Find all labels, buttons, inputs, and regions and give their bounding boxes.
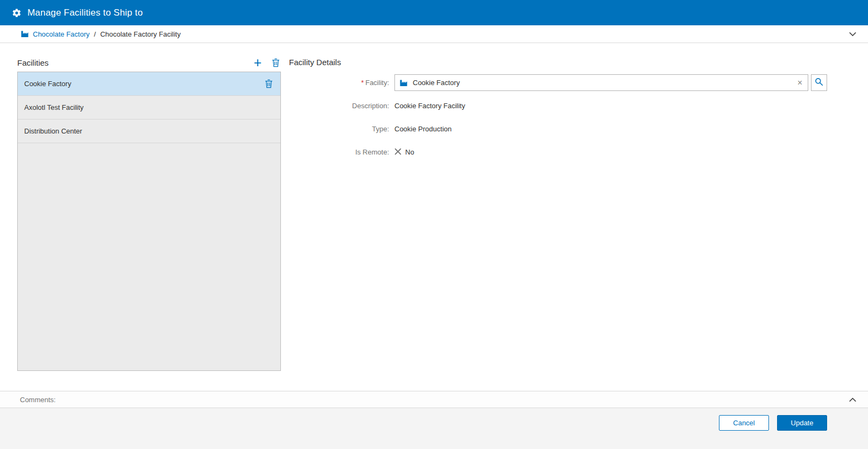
facilities-panel: Facilities + Cookie Factory Axolotl Test…: [17, 56, 281, 391]
is-remote-row: Is Remote: No: [289, 144, 827, 160]
facility-details-title: Facility Details: [289, 56, 827, 69]
cancel-button[interactable]: Cancel: [719, 415, 769, 431]
comments-bar: Comments:: [0, 391, 868, 408]
is-remote-value: No: [405, 148, 414, 156]
x-icon[interactable]: ×: [796, 79, 803, 87]
chevron-down-icon[interactable]: [847, 29, 858, 40]
trash-icon[interactable]: [264, 78, 274, 89]
type-row: Type: Cookie Production: [289, 121, 827, 137]
footer-action-bar: Cancel Update: [0, 408, 868, 449]
gear-icon: [12, 8, 22, 18]
facility-field-row: *Facility: Cookie Factory ×: [289, 74, 827, 91]
chevron-up-icon[interactable]: [847, 394, 858, 405]
facilities-title: Facilities: [17, 58, 48, 67]
breadcrumb-root-link[interactable]: Chocolate Factory: [33, 30, 90, 38]
update-button[interactable]: Update: [777, 415, 827, 431]
list-item[interactable]: Cookie Factory: [18, 72, 280, 96]
description-value: Cookie Factory Facility: [394, 102, 465, 110]
page-title: Manage Facilities to Ship to: [27, 8, 143, 18]
breadcrumb-current: Chocolate Factory Facility: [100, 30, 181, 38]
magnifier-icon: [815, 78, 823, 88]
facility-list: Cookie Factory Axolotl Test Facility Dis…: [17, 72, 281, 371]
type-label: Type:: [289, 125, 394, 133]
search-button[interactable]: [811, 74, 827, 91]
facility-input-value: Cookie Factory: [413, 79, 796, 87]
comments-label: Comments:: [20, 396, 55, 404]
facility-item-label: Cookie Factory: [24, 80, 71, 88]
description-row: Description: Cookie Factory Facility: [289, 97, 827, 114]
required-marker: *: [361, 79, 364, 87]
type-value: Cookie Production: [394, 125, 451, 133]
facility-input[interactable]: Cookie Factory ×: [394, 74, 808, 91]
list-item[interactable]: Distribution Center: [18, 120, 280, 143]
breadcrumb: Chocolate Factory / Chocolate Factory Fa…: [0, 25, 868, 43]
facility-label: *Facility:: [289, 79, 394, 87]
is-remote-label: Is Remote:: [289, 148, 394, 156]
facility-item-label: Axolotl Test Facility: [24, 103, 83, 111]
factory-icon: [399, 79, 408, 87]
x-mark-icon: [394, 148, 401, 157]
add-facility-button[interactable]: +: [252, 57, 263, 68]
factory-icon: [20, 30, 29, 38]
main-content: Facilities + Cookie Factory Axolotl Test…: [0, 43, 868, 391]
breadcrumb-separator: /: [94, 30, 96, 38]
list-item[interactable]: Axolotl Test Facility: [18, 96, 280, 120]
title-bar: Manage Facilities to Ship to: [0, 0, 868, 25]
delete-facility-button[interactable]: [271, 57, 281, 68]
description-label: Description:: [289, 102, 394, 110]
facility-item-label: Distribution Center: [24, 127, 82, 135]
facility-details-panel: Facility Details *Facility: Cookie Facto…: [289, 56, 827, 391]
